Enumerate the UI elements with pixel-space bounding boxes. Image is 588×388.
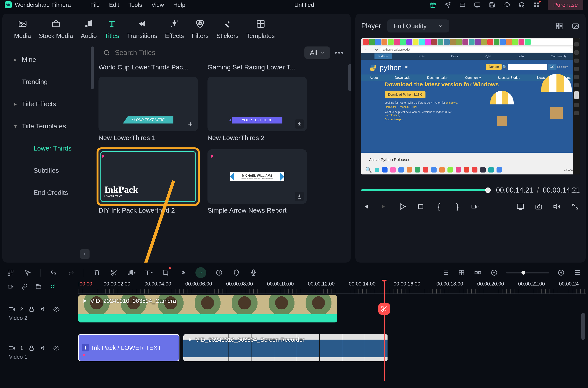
crop-icon[interactable] <box>161 268 170 277</box>
tab-stickers[interactable]: Stickers <box>216 18 239 40</box>
layout-icon[interactable] <box>459 1 466 8</box>
undo-icon[interactable] <box>50 268 58 277</box>
clip-title-inkpack[interactable]: T Ink Pack / LOWER TEXT ♦ <box>78 334 179 361</box>
redo-icon[interactable] <box>67 268 75 277</box>
purchase-button[interactable]: Purchase <box>548 0 583 10</box>
tab-media[interactable]: Media <box>14 18 31 40</box>
audio-beats-icon[interactable]: ▾ <box>127 268 135 277</box>
delete-icon[interactable] <box>93 268 101 277</box>
grid-view-icon[interactable] <box>555 22 563 30</box>
step-forward-icon[interactable] <box>380 202 388 211</box>
menu-help[interactable]: Help <box>173 1 185 8</box>
image-view-icon[interactable] <box>571 22 580 30</box>
sidebar-back-button[interactable] <box>80 249 90 259</box>
pack-label[interactable]: World Cup Lower Thirds Pac... <box>99 63 198 71</box>
menu-edit[interactable]: Edit <box>109 1 119 8</box>
sidebar-item-title-effects[interactable]: ▸Title Effects <box>2 93 92 115</box>
snap-icon[interactable] <box>457 268 466 277</box>
visibility-icon[interactable] <box>52 305 60 313</box>
ai-assistant-icon[interactable] <box>195 267 206 278</box>
timeline-tracks[interactable]: |00:00 00:00:02:00 00:00:04:00 00:00:06:… <box>78 280 586 388</box>
pack-label[interactable]: Gaming Set Racing Lower T... <box>207 63 307 71</box>
tab-stock-media[interactable]: Stock Media <box>39 18 73 40</box>
tab-effects[interactable]: Effects <box>165 18 184 40</box>
sidebar-subitem-lower-thirds[interactable]: Lower Thirds <box>2 137 92 159</box>
more-options-button[interactable]: ••• <box>335 48 344 57</box>
lock-icon[interactable] <box>28 305 35 313</box>
lock-icon[interactable] <box>28 344 35 352</box>
zoom-out-icon[interactable] <box>490 268 498 277</box>
timeline-scrollbar[interactable] <box>581 313 585 340</box>
snapshot-icon[interactable] <box>534 202 543 211</box>
menu-view[interactable]: View <box>152 1 164 8</box>
stop-icon[interactable] <box>416 202 425 211</box>
add-track-icon[interactable] <box>6 282 15 291</box>
step-back-icon[interactable] <box>361 202 370 211</box>
display-icon[interactable] <box>516 202 525 211</box>
sidebar-item-title-templates[interactable]: ▾Title Templates <box>2 115 92 137</box>
clap-icon[interactable] <box>34 282 43 291</box>
preview-viewport[interactable]: ←→⟳ python.org/downloads/ ★ Python PSF D… <box>361 38 580 174</box>
gift-icon[interactable] <box>429 1 436 8</box>
track-options-icon[interactable] <box>573 268 582 277</box>
more-tools-icon[interactable] <box>178 268 187 277</box>
playhead-scissors-icon[interactable] <box>378 303 390 315</box>
timeline-ruler[interactable]: |00:00 00:00:02:00 00:00:04:00 00:00:06:… <box>78 280 586 294</box>
cursor-icon[interactable] <box>23 268 32 277</box>
sidebar-item-mine[interactable]: ▸Mine <box>2 48 92 71</box>
menu-file[interactable]: File <box>90 1 100 8</box>
track-lane-video2[interactable]: VID_20241010_063504_Camera <box>78 294 586 325</box>
quality-select[interactable]: Full Quality <box>387 20 449 32</box>
link-clips-icon[interactable] <box>474 268 482 277</box>
play-icon[interactable] <box>398 202 407 211</box>
track-header-video1[interactable]: 1 Video 1 <box>2 333 78 364</box>
mute-icon[interactable] <box>40 305 48 313</box>
tab-templates[interactable]: Templates <box>246 18 275 40</box>
apps-icon[interactable] <box>533 1 540 8</box>
zoom-thumb[interactable] <box>521 271 525 275</box>
send-icon[interactable] <box>444 1 451 8</box>
volume-icon[interactable] <box>553 202 562 211</box>
voiceover-icon[interactable] <box>249 268 258 277</box>
sidebar-subitem-end-credits[interactable]: End Credits <box>2 181 92 204</box>
list-icon[interactable] <box>441 268 449 277</box>
title-thumb-new-lowerthirds-2[interactable]: YOUR TEXT HERE <box>207 77 307 131</box>
mark-in-icon[interactable]: { <box>435 202 443 211</box>
text-on-timeline-icon[interactable]: ▾ <box>144 268 153 277</box>
mute-icon[interactable] <box>40 344 48 352</box>
grid-scrollbar[interactable] <box>348 64 351 91</box>
sidebar-item-trending[interactable]: Trending <box>2 71 92 93</box>
zoom-slider[interactable] <box>506 272 549 273</box>
clip-video2-camera[interactable]: VID_20241010_063504_Camera <box>78 295 337 322</box>
cloud-download-icon[interactable] <box>503 1 510 8</box>
monitor-icon[interactable] <box>474 1 481 8</box>
ratio-icon[interactable] <box>471 202 480 211</box>
tab-audio[interactable]: Audio <box>81 18 97 40</box>
tab-filters[interactable]: Filters <box>192 18 209 40</box>
support-icon[interactable] <box>518 1 525 8</box>
fullscreen-icon[interactable] <box>571 202 580 211</box>
download-icon[interactable] <box>295 119 304 129</box>
download-icon[interactable] <box>295 192 304 201</box>
add-icon[interactable]: ＋ <box>186 119 195 129</box>
magnet-icon[interactable] <box>48 282 57 291</box>
playback-thumb[interactable] <box>485 188 491 193</box>
visibility-icon[interactable] <box>52 344 60 352</box>
save-icon[interactable] <box>488 1 496 8</box>
layout-timeline-icon[interactable] <box>6 268 15 277</box>
filter-all-dropdown[interactable]: All <box>305 47 330 59</box>
track-header-video2[interactable]: 2 Video 2 <box>2 294 78 325</box>
title-thumb-new-lowerthirds-1[interactable]: / YOUR TEXT HERE ＋ <box>99 77 198 131</box>
sidebar-subitem-subtitles[interactable]: Subtitles <box>2 159 92 181</box>
zoom-in-icon[interactable] <box>557 268 565 277</box>
marker-icon[interactable] <box>232 268 241 277</box>
playback-slider[interactable] <box>361 189 490 191</box>
speed-icon[interactable] <box>215 268 224 277</box>
tab-transitions[interactable]: Transitions <box>127 18 157 40</box>
menu-tools[interactable]: Tools <box>128 1 142 8</box>
tab-titles[interactable]: Titles <box>104 18 119 40</box>
scissors-icon[interactable] <box>110 268 118 277</box>
playhead[interactable] <box>384 280 384 381</box>
clip-video1-screen[interactable]: VID_20241010_063504_Screen Recorder <box>183 334 388 361</box>
search-input[interactable] <box>115 48 295 57</box>
